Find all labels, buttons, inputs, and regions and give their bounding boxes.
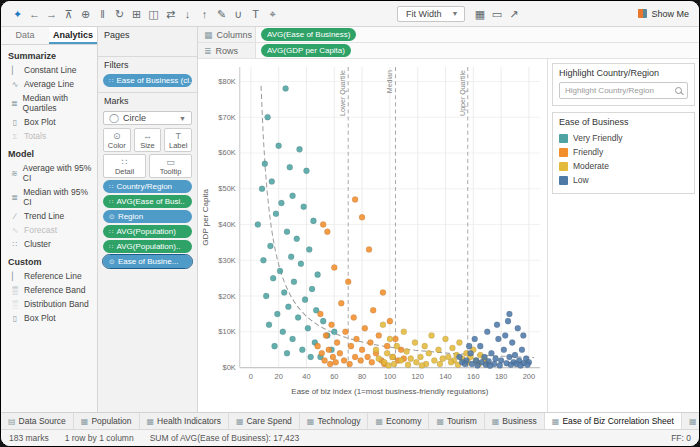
scatter-plot-svg[interactable]: $0K$10K$20K$30K$40K$50K$60K$70K$80K02040… [198, 59, 547, 412]
scatter-mark[interactable] [469, 361, 475, 367]
scatter-mark[interactable] [370, 307, 376, 313]
scatter-mark[interactable] [440, 356, 446, 362]
scatter-mark[interactable] [277, 268, 283, 274]
scatter-mark[interactable] [456, 340, 462, 346]
marks-pill[interactable]: ∷AVG(Population).. [103, 240, 192, 253]
scatter-mark[interactable] [502, 332, 508, 338]
scatter-mark[interactable] [352, 196, 358, 202]
scatter-mark[interactable] [519, 347, 525, 353]
scatter-mark[interactable] [320, 221, 326, 227]
scatter-mark[interactable] [497, 362, 503, 368]
legend-item[interactable]: Low [559, 173, 688, 187]
scatter-mark[interactable] [436, 347, 442, 353]
scatter-mark[interactable] [376, 356, 382, 362]
scatter-mark[interactable] [354, 336, 360, 342]
scatter-mark[interactable] [426, 350, 432, 356]
scatter-mark[interactable] [305, 325, 311, 331]
show-me-button[interactable]: Show Me [638, 9, 691, 19]
scatter-mark[interactable] [484, 329, 490, 335]
scatter-mark[interactable] [422, 343, 428, 349]
scatter-mark[interactable] [418, 354, 424, 360]
scatter-mark[interactable] [413, 359, 419, 365]
filter-pill[interactable]: ∷ Ease of Business (cl.. [103, 74, 192, 87]
scatter-mark[interactable] [392, 336, 398, 342]
sheet-tab-ease-of-biz-correlation-sheet[interactable]: ▦Ease of Biz Correlation Sheet [545, 413, 682, 429]
scatter-mark[interactable] [278, 200, 284, 206]
scatter-mark[interactable] [404, 348, 410, 354]
scatter-mark[interactable] [327, 361, 333, 367]
scatter-mark[interactable] [398, 357, 404, 363]
scatter-mark[interactable] [387, 336, 393, 342]
redo-icon[interactable]: → [43, 2, 60, 26]
scatter-mark[interactable] [270, 275, 276, 281]
scatter-mark[interactable] [309, 286, 315, 292]
tooltip-button[interactable]: ▭Tooltip [149, 154, 192, 178]
analytics-item-trend-line[interactable]: ∕Trend Line [1, 209, 97, 223]
scatter-mark[interactable] [359, 214, 365, 220]
scatter-mark[interactable] [487, 363, 493, 369]
pages-drop-area[interactable] [98, 42, 197, 56]
scatter-mark[interactable] [263, 293, 269, 299]
analytics-item-distribution-band[interactable]: ░Distribution Band [1, 297, 97, 311]
sheet-tab-care-spend[interactable]: ▦Care Spend [229, 413, 300, 429]
analytics-item-box-plot[interactable]: ▯Box Plot [1, 311, 97, 325]
scatter-mark[interactable] [376, 332, 382, 338]
fit-dropdown[interactable]: Fit Width ▼ [397, 6, 465, 22]
scatter-mark[interactable] [419, 362, 425, 368]
legend-item[interactable]: Friendly [559, 145, 688, 159]
scatter-mark[interactable] [358, 357, 364, 363]
scatter-mark[interactable] [495, 336, 501, 342]
scatter-mark[interactable] [298, 261, 304, 267]
scatter-mark[interactable] [267, 243, 273, 249]
sheet-tab-global-indicators[interactable]: ▦Global Indicators [682, 413, 699, 429]
sheet-tab-health-indicators[interactable]: ▦Health Indicators [140, 413, 229, 429]
analytics-item-constant-line[interactable]: ▏Constant Line [1, 63, 97, 77]
sort-descending-icon[interactable]: ↑ [196, 2, 213, 26]
analytics-item-cluster[interactable]: ∷Cluster [1, 237, 97, 251]
scatter-mark[interactable] [287, 164, 293, 170]
scatter-mark[interactable] [367, 340, 373, 346]
scatter-mark[interactable] [466, 343, 472, 349]
scatter-mark[interactable] [322, 357, 328, 363]
scatter-mark[interactable] [365, 354, 371, 360]
scatter-mark[interactable] [255, 221, 261, 227]
scatter-mark[interactable] [506, 354, 512, 360]
size-button[interactable]: ↔Size [134, 128, 162, 152]
scatter-mark[interactable] [272, 343, 278, 349]
scatter-mark[interactable] [345, 279, 351, 285]
scatter-mark[interactable] [297, 146, 303, 152]
scatter-mark[interactable] [302, 297, 308, 303]
analytics-item-median-with-95-ci[interactable]: ≣Median with 95% CI [1, 185, 97, 209]
sheet-tab-data-source[interactable]: ▤Data Source [1, 413, 74, 429]
show-hide-cards-icon[interactable]: ▦ [471, 2, 488, 26]
scatter-mark[interactable] [295, 314, 301, 320]
scatter-mark[interactable] [315, 272, 321, 278]
refresh-icon[interactable]: ↻ [111, 2, 128, 26]
scatter-mark[interactable] [488, 350, 494, 356]
scatter-mark[interactable] [276, 143, 282, 149]
scatter-mark[interactable] [290, 336, 296, 342]
sheet-tab-business[interactable]: ▦Business [485, 413, 545, 429]
scatter-mark[interactable] [387, 318, 393, 324]
share-icon[interactable]: ↗ [505, 2, 522, 26]
sheet-tab-technology[interactable]: ▦Technology [300, 413, 369, 429]
scatter-mark[interactable] [442, 336, 448, 342]
scatter-mark[interactable] [384, 343, 390, 349]
scatter-mark[interactable] [405, 362, 411, 368]
scatter-mark[interactable] [294, 236, 300, 242]
scatter-mark[interactable] [408, 356, 414, 362]
highlight-search-input[interactable]: Highlight Country/Region [559, 82, 688, 99]
scatter-mark[interactable] [506, 311, 512, 317]
scatter-mark[interactable] [284, 350, 290, 356]
scatter-mark[interactable] [525, 362, 531, 368]
scatter-mark[interactable] [320, 318, 326, 324]
scatter-mark[interactable] [472, 336, 478, 342]
scatter-mark[interactable] [520, 332, 526, 338]
scatter-mark[interactable] [333, 359, 339, 365]
rows-pill[interactable]: AVG(GDP per Capita) [261, 44, 351, 57]
scatter-mark[interactable] [331, 329, 337, 335]
scatter-mark[interactable] [281, 289, 287, 295]
detail-button[interactable]: ∷Detail [103, 154, 146, 178]
scatter-mark[interactable] [306, 246, 312, 252]
marks-pill[interactable]: ∷AVG(Population) [103, 225, 192, 238]
